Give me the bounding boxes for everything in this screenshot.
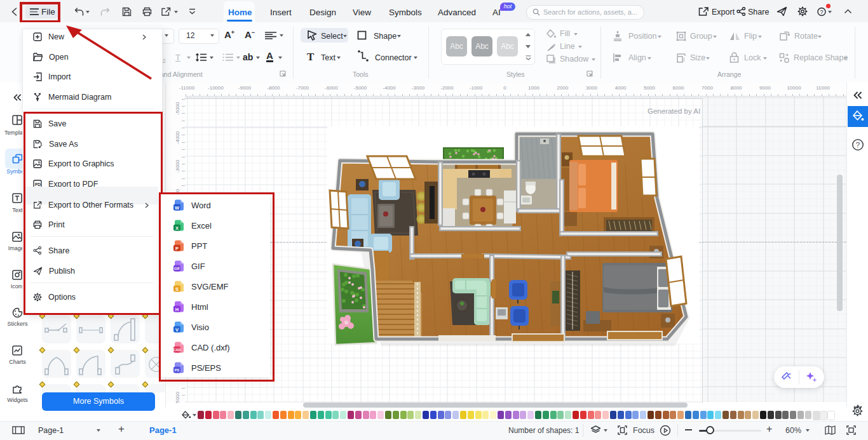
svg-text:?: ? (856, 141, 860, 149)
svg-text:I: I (683, 57, 685, 63)
svg-text:?: ? (820, 9, 823, 15)
